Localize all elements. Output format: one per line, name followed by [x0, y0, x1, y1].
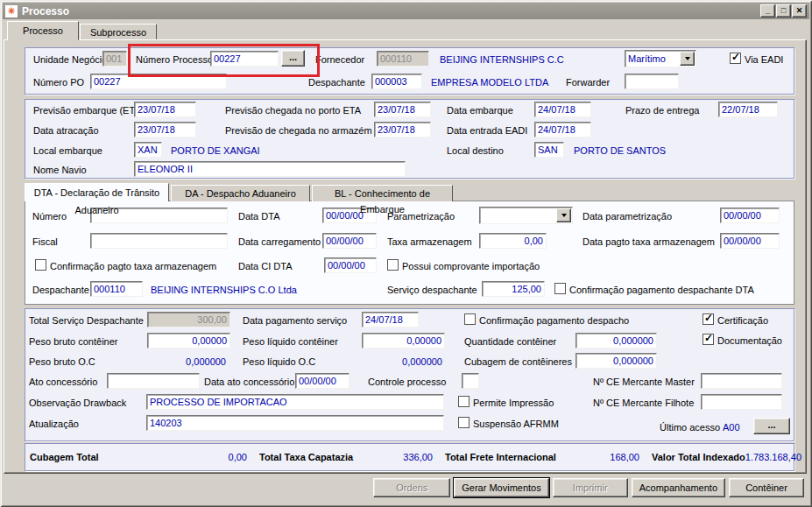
certificacao-checkbox[interactable] [703, 313, 714, 325]
data-ato-concessorio-label: Data ato concessório [204, 376, 294, 388]
confirmacao-pagamento-despacho-checkbox[interactable] [464, 313, 476, 325]
tab-subprocesso[interactable]: Subprocesso [80, 24, 157, 40]
dta-despachante-name: BEIJING INTERNSHIPS C.O Ltda [151, 284, 297, 296]
local-embarque-name: PORTO DE XANGAI [171, 144, 260, 157]
footer-button-bar: Ordens Gerar Movimentos Imprimir Acompan… [373, 478, 804, 497]
close-button[interactable]: ✕ [792, 4, 807, 18]
gerar-movimentos-button[interactable]: Gerar Movimentos [454, 478, 548, 497]
prazo-entrega-label: Prazo de entrega [625, 104, 699, 116]
forwarder-field[interactable] [625, 74, 679, 89]
data-atracacao-label: Data atracação [33, 124, 99, 137]
data-embarque-field[interactable]: 24/07/18 [534, 102, 591, 117]
data-pagto-taxa-label: Data pagto taxa armazenagem [583, 236, 715, 248]
quantidade-conteiner-field[interactable]: 0,000000 [575, 333, 657, 349]
nome-navio-label: Nome Navio [33, 164, 87, 176]
taxa-armazenagem-field[interactable]: 0,00 [479, 233, 547, 249]
permite-impressao-label: Permite Impressão [473, 397, 554, 409]
minimize-button[interactable]: _ [760, 4, 775, 18]
numero-processo-label: Número Processo [136, 53, 213, 66]
ultimo-acesso-browse-button[interactable]: ... [753, 418, 790, 434]
suspensao-afrmm-label: Suspensão AFRMM [473, 418, 559, 430]
atualizacao-field[interactable]: 140203 [146, 415, 444, 431]
data-carregamento-field[interactable]: 00/00/00 [322, 233, 377, 249]
peso-bruto-conteiner-field[interactable]: 0,00000 [147, 333, 230, 349]
dta-despachante-field[interactable]: 000110 [90, 281, 143, 297]
data-dta-label: Data DTA [238, 210, 279, 222]
previsao-embarque-label: Previsão embarque (ETD) [33, 104, 145, 116]
numero-processo-field[interactable]: 00227 [210, 51, 279, 67]
ato-concessorio-field[interactable] [107, 373, 200, 389]
parametrizacao-combobox[interactable] [479, 207, 573, 224]
tab-processo[interactable]: Processo [7, 21, 79, 40]
observacao-drawback-label: Observação Drawback [29, 397, 126, 409]
total-servico-label: Total Serviço Despachante [29, 314, 144, 327]
acompanhamento-button[interactable]: Acompanhamento [632, 478, 725, 497]
taxa-armazenagem-label: Taxa armazenagem [387, 236, 472, 248]
data-ci-dta-field[interactable]: 00/00/00 [324, 257, 377, 273]
possui-comprovante-checkbox[interactable] [387, 259, 399, 271]
ultimo-acesso-value: A00 [723, 421, 740, 433]
permite-impressao-checkbox[interactable] [458, 396, 470, 407]
data-pagamento-servico-field[interactable]: 24/07/18 [362, 312, 419, 327]
documentacao-checkbox[interactable] [703, 334, 714, 345]
numero-po-field[interactable]: 00227 [90, 74, 227, 89]
taxa-capatazia-pair: Total Taxa Capatazia 336,00 [259, 451, 433, 463]
peso-liquido-conteiner-field[interactable]: 0,00000 [362, 333, 445, 349]
local-destino-code-field[interactable]: SAN [534, 142, 564, 158]
nome-navio-field[interactable]: ELEONOR II [134, 161, 406, 177]
previsao-chegada-armazem-field[interactable]: 23/07/18 [374, 122, 431, 137]
certificacao-label: Certificação [717, 314, 768, 327]
despachante-name: EMPRESA MODELO LTDA [431, 76, 548, 88]
prazo-entrega-field[interactable]: 22/07/18 [718, 102, 778, 117]
chevron-down-icon [685, 57, 690, 60]
numero-po-label: Número PO [33, 76, 84, 88]
maximize-button[interactable]: □ [776, 4, 791, 18]
confirmacao-pagamento-dta-label: Confirmação pagamento despachante DTA [569, 284, 754, 296]
conteiner-button[interactable]: Contêiner [729, 478, 804, 497]
title-bar: ✳ Processo [3, 3, 809, 19]
despachante-label: Despachante [308, 76, 365, 88]
despachante-field[interactable]: 000003 [371, 74, 422, 89]
via-eadi-checkbox[interactable] [730, 53, 741, 64]
tab-bl[interactable]: BL - Conhecimento de Embarque [312, 185, 453, 201]
tab-da[interactable]: DA - Despacho Aduaneiro [171, 185, 310, 201]
fiscal-field[interactable] [90, 233, 228, 249]
previsao-embarque-field[interactable]: 23/07/18 [134, 102, 196, 117]
forwarder-label: Forwarder [566, 76, 610, 88]
taxa-capatazia-label: Total Taxa Capatazia [259, 451, 353, 463]
peso-bruto-oc-value: 0,000000 [147, 356, 226, 368]
parametrizacao-dropdown-button[interactable] [556, 208, 571, 222]
fiscal-label: Fiscal [32, 236, 58, 248]
data-atracacao-field[interactable]: 23/07/18 [134, 122, 196, 137]
modal-combobox[interactable]: Marítimo [625, 50, 696, 67]
local-embarque-code-field[interactable]: XAN [134, 142, 162, 158]
data-ato-concessorio-field[interactable]: 00/00/00 [295, 373, 350, 389]
data-pagto-taxa-field[interactable]: 00/00/00 [720, 233, 780, 249]
data-parametrizacao-field[interactable]: 00/00/00 [720, 208, 780, 223]
modal-dropdown-button[interactable] [680, 52, 695, 66]
imprimir-button: Imprimir [553, 478, 628, 497]
peso-bruto-conteiner-label: Peso bruto contêiner [29, 335, 118, 348]
suspensao-afrmm-checkbox[interactable] [458, 417, 470, 428]
cubagem-conteineres-field[interactable]: 0,000000 [575, 353, 657, 369]
observacao-drawback-field[interactable]: PROCESSO DE IMPORTACAO [146, 394, 444, 410]
numero-processo-browse-button[interactable]: ... [281, 50, 305, 67]
servico-despachante-label: Serviço despachante [387, 284, 477, 296]
ato-concessorio-label: Ato concessório [29, 376, 97, 388]
tab-dta[interactable]: DTA - Declaração de Trânsito Aduaneiro [25, 183, 169, 201]
peso-bruto-oc-label: Peso bruto O.C [29, 356, 95, 368]
data-carregamento-label: Data carregamento [238, 236, 321, 248]
controle-processo-field[interactable] [462, 373, 479, 389]
data-entrada-eadi-field[interactable]: 24/07/18 [534, 122, 591, 137]
ultimo-acesso-label: Último acesso [660, 421, 720, 433]
ce-mercante-filhote-field[interactable] [701, 394, 782, 410]
ce-mercante-master-field[interactable] [701, 373, 782, 389]
servico-despachante-field[interactable]: 125,00 [482, 281, 545, 297]
confirmacao-pagamento-despacho-label: Confirmação pagamento despacho [479, 314, 629, 327]
confirmacao-pagto-taxa-checkbox[interactable] [35, 259, 46, 271]
confirmacao-pagto-taxa-label: Confirmação pagto taxa armazenagem [50, 260, 216, 272]
previsao-chegada-porto-field[interactable]: 23/07/18 [374, 102, 431, 117]
via-eadi-label: Via EADI [745, 53, 783, 66]
dta-despachante-label: Despachante [32, 284, 89, 296]
confirmacao-pagamento-dta-checkbox[interactable] [554, 283, 566, 294]
